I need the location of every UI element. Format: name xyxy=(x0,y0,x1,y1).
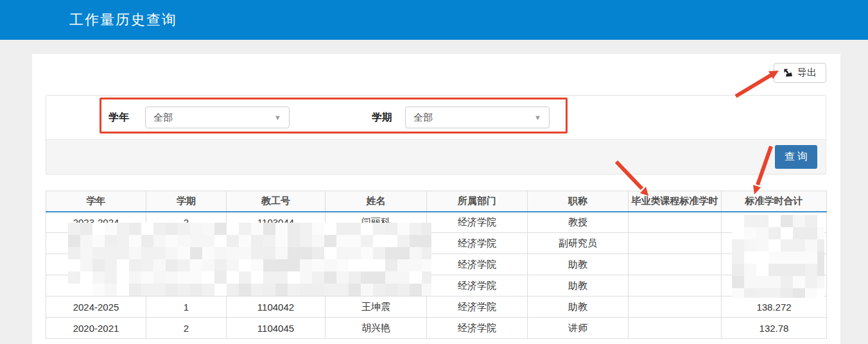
table-cell: 讲师 xyxy=(528,318,629,339)
table-row: 2020-202121104045胡兴艳经济学院讲师132.78 xyxy=(46,318,827,339)
chevron-down-icon: ▼ xyxy=(274,114,281,121)
table-cell: 2020-2021 xyxy=(46,318,146,339)
table-cell: 经济学院 xyxy=(427,254,528,275)
export-button-label: 导出 xyxy=(797,67,817,79)
year-select[interactable]: 全部 ▼ xyxy=(145,107,290,128)
table-cell: 经济学院 xyxy=(427,233,528,254)
column-header: 教工号 xyxy=(227,191,326,212)
table-cell xyxy=(629,233,722,254)
app-header: 工作量历史查询 xyxy=(0,0,868,40)
table-cell: 经济学院 xyxy=(427,297,528,318)
table-cell xyxy=(629,212,722,233)
column-header: 学期 xyxy=(146,191,227,212)
column-header: 学年 xyxy=(46,191,146,212)
query-button[interactable]: 查 询 xyxy=(775,145,817,169)
chevron-down-icon: ▼ xyxy=(534,114,541,121)
table-cell: 助教 xyxy=(528,297,629,318)
table-cell: 2024-2025 xyxy=(46,297,146,318)
results-table-wrap: 学年学期教工号姓名所属部门职称毕业类课程标准学时标准学时合计 2023-2024… xyxy=(46,191,826,339)
table-cell: 经济学院 xyxy=(427,212,528,233)
column-header: 职称 xyxy=(528,191,629,212)
year-select-value: 全部 xyxy=(153,112,173,124)
column-header: 毕业类课程标准学时 xyxy=(629,191,722,212)
filter-footer: 查 询 xyxy=(46,139,826,174)
content-card: 导出 学年 全部 ▼ 学期 全部 ▼ 查 询 学年学期教工号姓 xyxy=(32,54,840,344)
table-cell xyxy=(629,275,722,297)
filter-body: 学年 全部 ▼ 学期 全部 ▼ xyxy=(46,96,826,139)
export-icon xyxy=(783,68,793,78)
term-select[interactable]: 全部 ▼ xyxy=(405,107,550,128)
table-cell: 132.78 xyxy=(722,318,827,339)
table-cell xyxy=(629,254,722,275)
year-filter-label: 学年 xyxy=(108,96,129,139)
redaction-mosaic-right xyxy=(732,215,824,298)
table-cell: 1104045 xyxy=(227,318,326,339)
table-cell: 138.272 xyxy=(722,297,827,318)
redaction-mosaic-left xyxy=(68,223,431,296)
table-cell: 经济学院 xyxy=(427,275,528,297)
table-cell: 1 xyxy=(146,297,227,318)
toolbar: 导出 xyxy=(46,63,826,83)
table-cell: 助教 xyxy=(528,275,629,297)
table-cell: 1104042 xyxy=(227,297,326,318)
term-filter-label: 学期 xyxy=(372,96,392,139)
table-cell: 胡兴艳 xyxy=(326,318,427,339)
table-cell: 王坤震 xyxy=(326,297,427,318)
column-header: 姓名 xyxy=(326,191,427,212)
page-title: 工作量历史查询 xyxy=(69,10,177,30)
table-cell: 助教 xyxy=(528,254,629,275)
column-header: 所属部门 xyxy=(427,191,528,212)
term-select-value: 全部 xyxy=(413,112,433,124)
column-header: 标准学时合计 xyxy=(722,191,827,212)
table-cell: 经济学院 xyxy=(427,318,528,339)
table-row: 2024-202511104042王坤震经济学院助教138.272 xyxy=(46,297,827,318)
table-cell: 副研究员 xyxy=(528,233,629,254)
table-cell: 2 xyxy=(146,318,227,339)
table-cell: 教授 xyxy=(528,212,629,233)
table-cell xyxy=(629,297,722,318)
table-cell xyxy=(629,318,722,339)
table-header: 学年学期教工号姓名所属部门职称毕业类课程标准学时标准学时合计 xyxy=(46,191,827,212)
export-button[interactable]: 导出 xyxy=(774,63,826,83)
filter-panel: 学年 全部 ▼ 学期 全部 ▼ 查 询 xyxy=(46,95,826,175)
